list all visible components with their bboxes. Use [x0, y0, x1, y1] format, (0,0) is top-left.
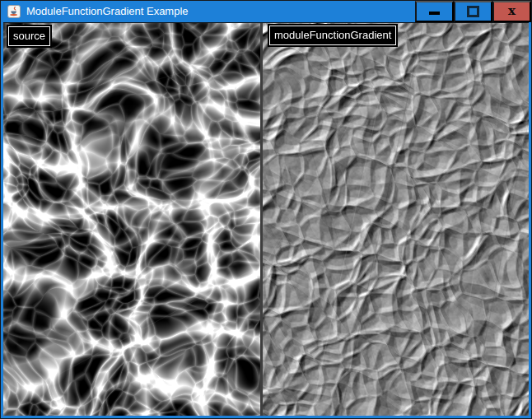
gradient-label: moduleFunctionGradient [269, 26, 396, 45]
titlebar[interactable]: ModuleFunctionGradient Example x [1, 1, 531, 22]
maximize-button[interactable] [454, 1, 492, 22]
maximize-icon [467, 6, 479, 17]
java-coffee-cup-icon [7, 5, 21, 18]
source-noise-image [3, 23, 260, 416]
close-button[interactable]: x [492, 1, 531, 22]
window-title: ModuleFunctionGradient Example [26, 1, 415, 22]
gradient-image-panel: moduleFunctionGradient [263, 23, 529, 416]
app-window: ModuleFunctionGradient Example x source … [0, 0, 532, 419]
window-controls: x [415, 1, 531, 22]
source-label: source [8, 26, 50, 46]
module-function-gradient-image [263, 23, 529, 416]
source-image-panel: source [3, 23, 260, 416]
minimize-icon [429, 12, 440, 15]
minimize-button[interactable] [415, 1, 454, 22]
content-area: source moduleFunctionGradient [3, 22, 529, 416]
close-icon: x [508, 5, 516, 17]
